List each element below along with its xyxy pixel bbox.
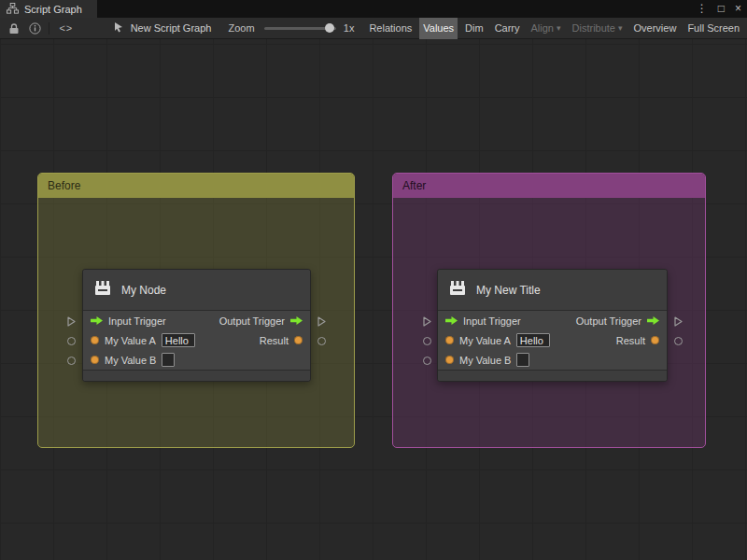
overview-button[interactable]: Overview bbox=[630, 18, 681, 39]
node-my-new-title[interactable]: My New Title Input Trigger Output Trigge… bbox=[437, 269, 668, 382]
carry-button[interactable]: Carry bbox=[491, 18, 524, 39]
value-a-input[interactable] bbox=[162, 333, 195, 347]
output-trigger-label: Output Trigger bbox=[219, 315, 285, 327]
trigger-row: Input Trigger Output Trigger bbox=[438, 311, 667, 330]
zoom-value: 1x bbox=[344, 22, 355, 34]
input-trigger-label: Input Trigger bbox=[463, 315, 521, 327]
group-after-label: After bbox=[402, 179, 426, 192]
tab-bar: Script Graph ⋮ □ × bbox=[0, 0, 747, 18]
graph-name: New Script Graph bbox=[131, 22, 212, 34]
ext-value-b-port[interactable] bbox=[423, 357, 431, 365]
ext-result-port[interactable] bbox=[674, 337, 683, 345]
toolbar-buttons: Relations Values Dim Carry Align ▾ Distr… bbox=[361, 18, 743, 39]
group-after-header[interactable]: After bbox=[393, 174, 705, 198]
value-a-label: My Value A bbox=[105, 335, 156, 346]
ext-result-port[interactable] bbox=[317, 337, 326, 345]
dim-button[interactable]: Dim bbox=[461, 18, 487, 39]
fullscreen-button[interactable]: Full Screen bbox=[684, 18, 743, 39]
ext-value-a-port[interactable] bbox=[67, 337, 76, 345]
values-button[interactable]: Values bbox=[419, 18, 458, 39]
info-icon[interactable] bbox=[24, 18, 45, 39]
tab-script-graph[interactable]: Script Graph bbox=[0, 0, 97, 18]
window-controls: ⋮ □ × bbox=[697, 0, 741, 18]
unit-icon bbox=[92, 278, 113, 301]
script-graph-window: Script Graph ⋮ □ × <> bbox=[0, 0, 747, 560]
zoom-slider-knob[interactable] bbox=[325, 23, 334, 33]
value-b-row: My Value B bbox=[83, 350, 310, 370]
value-b-port-icon[interactable] bbox=[445, 356, 454, 364]
close-icon[interactable]: × bbox=[735, 0, 741, 18]
chevron-down-icon: ▾ bbox=[557, 23, 561, 33]
ext-trigger-out-port[interactable] bbox=[317, 316, 326, 327]
value-b-input[interactable] bbox=[516, 353, 529, 367]
ext-trigger-out-port[interactable] bbox=[674, 316, 683, 327]
value-b-label: My Value B bbox=[105, 355, 156, 366]
node-title: My Node bbox=[121, 284, 166, 297]
ext-value-a-port[interactable] bbox=[423, 337, 431, 345]
result-port-icon[interactable] bbox=[651, 336, 659, 344]
trigger-out-port-icon[interactable] bbox=[647, 316, 659, 325]
lock-icon[interactable] bbox=[4, 18, 24, 39]
trigger-out-port-icon[interactable] bbox=[290, 316, 303, 325]
zoom-slider[interactable] bbox=[264, 27, 336, 30]
group-before-label: Before bbox=[48, 179, 80, 192]
zoom-label: Zoom bbox=[228, 22, 254, 34]
value-a-label: My Value A bbox=[459, 335, 511, 346]
tab-title: Script Graph bbox=[24, 4, 82, 15]
result-label: Result bbox=[616, 335, 645, 346]
chevron-down-icon: ▾ bbox=[618, 23, 623, 33]
graph-toolbar: <> New Script Graph Zoom 1x Relations Va… bbox=[0, 18, 747, 39]
node-my-node[interactable]: My Node Input Trigger Output Trigger bbox=[82, 269, 311, 382]
node-footer bbox=[438, 370, 667, 381]
toolbar-separator bbox=[49, 22, 49, 35]
unit-icon bbox=[447, 278, 468, 301]
maximize-icon[interactable]: □ bbox=[718, 0, 725, 18]
value-a-row: My Value A Result bbox=[438, 330, 667, 350]
value-b-port-icon[interactable] bbox=[91, 356, 99, 364]
graph-selector[interactable]: New Script Graph bbox=[113, 21, 212, 35]
node-footer bbox=[83, 370, 310, 381]
value-b-input[interactable] bbox=[162, 353, 175, 367]
result-label: Result bbox=[260, 335, 289, 346]
node-title: My New Title bbox=[476, 284, 541, 297]
output-trigger-label: Output Trigger bbox=[576, 315, 641, 327]
kebab-menu-icon[interactable]: ⋮ bbox=[697, 0, 708, 18]
value-b-row: My Value B bbox=[438, 350, 667, 370]
node-header[interactable]: My Node bbox=[83, 270, 310, 311]
value-a-port-icon[interactable] bbox=[445, 336, 454, 344]
ext-trigger-in-port[interactable] bbox=[67, 316, 76, 327]
pointer-icon bbox=[113, 21, 124, 35]
node-header[interactable]: My New Title bbox=[438, 270, 667, 311]
ext-trigger-in-port[interactable] bbox=[423, 316, 431, 327]
value-a-row: My Value A Result bbox=[83, 330, 310, 350]
graph-canvas[interactable]: Before After My Node bbox=[0, 39, 747, 560]
ext-value-b-port[interactable] bbox=[67, 357, 76, 365]
script-graph-icon bbox=[7, 3, 19, 15]
input-trigger-label: Input Trigger bbox=[108, 315, 166, 327]
group-before-header[interactable]: Before bbox=[38, 174, 354, 198]
value-b-label: My Value B bbox=[459, 355, 511, 366]
trigger-in-port-icon[interactable] bbox=[445, 316, 458, 325]
trigger-row: Input Trigger Output Trigger bbox=[83, 311, 310, 330]
align-button[interactable]: Align ▾ bbox=[528, 18, 565, 39]
code-view-icon[interactable]: <> bbox=[53, 18, 79, 39]
value-a-port-icon[interactable] bbox=[91, 336, 99, 344]
distribute-button[interactable]: Distribute ▾ bbox=[569, 18, 627, 39]
value-a-input[interactable] bbox=[516, 333, 550, 347]
trigger-in-port-icon[interactable] bbox=[91, 316, 103, 325]
result-port-icon[interactable] bbox=[294, 336, 303, 344]
relations-button[interactable]: Relations bbox=[365, 18, 416, 39]
